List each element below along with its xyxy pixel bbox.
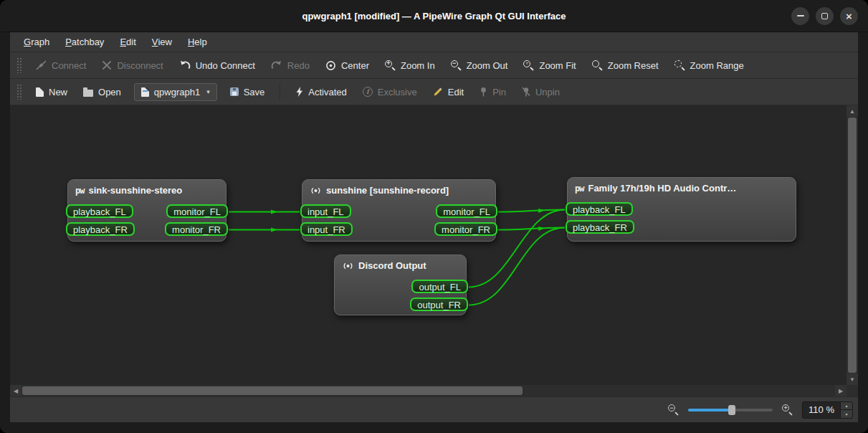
port-discord-output-fr[interactable]: output_FR	[410, 298, 468, 311]
node-header: pw Family 17h/19h HD Audio Contr…	[568, 178, 796, 194]
zoom-out-icon: −	[451, 60, 462, 71]
center-icon	[325, 60, 336, 71]
unpin-icon	[522, 87, 530, 97]
node-sunshine[interactable]: sunshine [sunshine-record] input_FL inpu…	[302, 179, 496, 242]
node-header: Discord Output	[335, 255, 466, 271]
menu-view[interactable]: View	[144, 32, 180, 52]
node-header: pw sink-sunshine-stereo	[68, 180, 226, 196]
pipewire-icon: pw	[75, 186, 84, 196]
open-button[interactable]: Open	[77, 82, 128, 102]
new-button[interactable]: New	[29, 82, 74, 102]
disconnect-icon	[102, 60, 112, 70]
title-bar[interactable]: qpwgraph1 [modified] — A PipeWire Graph …	[0, 0, 868, 32]
connect-icon	[36, 60, 47, 70]
zoom-in-icon: +	[385, 60, 396, 71]
zoom-range-icon	[674, 60, 685, 71]
zoom-slider-handle[interactable]	[728, 405, 735, 415]
status-bar: − + 110 % ▴ ▾	[10, 396, 858, 422]
horizontal-scrollbar[interactable]: ◀ ▶	[10, 385, 846, 396]
port-sunshine-input-fr[interactable]: input_FR	[300, 222, 353, 236]
exclusive-button[interactable]: f Exclusive	[356, 82, 424, 102]
pencil-icon	[433, 87, 443, 97]
maximize-button[interactable]	[816, 7, 834, 25]
redo-button[interactable]: Redo	[264, 56, 316, 75]
patchbay-file-icon	[141, 87, 149, 97]
port-sink-playback-fl[interactable]: playback_FL	[66, 204, 133, 218]
menu-edit[interactable]: Edit	[112, 32, 143, 52]
minimize-button[interactable]	[791, 7, 809, 25]
connect-button[interactable]: Connect	[29, 56, 92, 75]
port-sunshine-monitor-fl[interactable]: monitor_FL	[436, 204, 497, 218]
node-title: Family 17h/19h HD Audio Contr…	[588, 183, 736, 194]
audio-device-icon	[310, 186, 322, 196]
zoom-slider-fill	[688, 409, 731, 411]
zoom-percent-value[interactable]: 110 %	[803, 402, 840, 418]
graph-canvas[interactable]: pw sink-sunshine-stereo playback_FL play…	[10, 105, 846, 385]
close-icon: ×	[846, 11, 852, 22]
zoom-fit-icon: ▫	[523, 60, 534, 71]
window-controls: ×	[791, 7, 868, 25]
vertical-scrollbar[interactable]: ▲ ▼	[846, 105, 858, 385]
port-sink-monitor-fl[interactable]: monitor_FL	[166, 204, 228, 218]
save-icon	[230, 87, 239, 96]
port-sink-playback-fr[interactable]: playback_FR	[66, 222, 135, 236]
spin-up-button[interactable]: ▴	[841, 402, 852, 410]
pipewire-icon: pw	[575, 184, 583, 194]
spin-buttons: ▴ ▾	[840, 402, 852, 418]
new-file-icon	[36, 87, 44, 97]
zoom-in-button[interactable]: + Zoom In	[378, 56, 442, 75]
open-folder-icon	[83, 90, 93, 97]
chevron-down-icon: ▾	[206, 88, 210, 95]
node-sink-sunshine-stereo[interactable]: pw sink-sunshine-stereo playback_FL play…	[67, 179, 226, 242]
scroll-down-button[interactable]: ▼	[846, 373, 858, 385]
lightning-icon	[295, 87, 303, 97]
spin-down-button[interactable]: ▾	[841, 409, 852, 418]
minimize-icon	[797, 15, 804, 16]
menu-graph[interactable]: Graph	[16, 32, 57, 52]
port-sunshine-input-fl[interactable]: input_FL	[300, 204, 351, 218]
close-button[interactable]: ×	[840, 7, 858, 25]
toolbar-drag-handle[interactable]	[16, 57, 22, 73]
horizontal-scrollbar-thumb[interactable]	[22, 386, 523, 395]
redo-icon	[271, 60, 282, 70]
port-family-playback-fr[interactable]: playback_FR	[566, 220, 634, 234]
node-discord-output[interactable]: Discord Output output_FL output_FR	[334, 254, 467, 315]
graph-toolbar: Connect Disconnect Undo Connect Redo	[10, 52, 858, 79]
port-sink-monitor-fr[interactable]: monitor_FR	[165, 222, 228, 236]
zoom-range-button[interactable]: Zoom Range	[668, 56, 750, 75]
zoom-out-button[interactable]: − Zoom Out	[444, 56, 515, 75]
center-button[interactable]: Center	[319, 56, 376, 75]
undo-icon	[179, 60, 191, 70]
menu-help[interactable]: Help	[180, 32, 215, 52]
patchbay-toolbar: New Open qpwgraph1 ▾ Save Activated	[10, 79, 858, 105]
scroll-right-button[interactable]: ▶	[835, 385, 846, 396]
patchbay-file-selector[interactable]: qpwgraph1 ▾	[134, 83, 217, 101]
activated-button[interactable]: Activated	[289, 82, 353, 102]
zoom-fit-button[interactable]: ▫ Zoom Fit	[517, 56, 582, 75]
pin-button[interactable]: Pin	[473, 82, 512, 102]
zoom-percent-spinbox[interactable]: 110 % ▴ ▾	[802, 401, 853, 419]
disconnect-button[interactable]: Disconnect	[95, 56, 169, 75]
edit-button[interactable]: Edit	[426, 82, 470, 102]
link-arrow	[271, 228, 277, 232]
exclusive-icon: f	[363, 87, 373, 97]
menu-patchbay[interactable]: Patchbay	[57, 32, 112, 52]
node-family-hd-audio[interactable]: pw Family 17h/19h HD Audio Contr… playba…	[567, 177, 796, 242]
zoom-reset-button[interactable]: Zoom Reset	[586, 56, 665, 75]
zoom-in-status-icon[interactable]: +	[782, 404, 793, 415]
port-sunshine-monitor-fr[interactable]: monitor_FR	[434, 222, 497, 236]
save-button[interactable]: Save	[224, 82, 272, 102]
horizontal-scrollbar-row: ◀ ▶	[10, 385, 858, 396]
toolbar-drag-handle-2[interactable]	[16, 84, 22, 100]
port-family-playback-fl[interactable]: playback_FL	[566, 202, 633, 216]
scroll-up-button[interactable]: ▲	[846, 105, 858, 117]
port-discord-output-fl[interactable]: output_FL	[411, 280, 468, 293]
zoom-out-status-icon[interactable]: −	[668, 404, 679, 415]
vertical-scrollbar-thumb[interactable]	[848, 118, 857, 373]
zoom-slider[interactable]	[688, 403, 773, 417]
maximize-icon	[821, 13, 828, 19]
scroll-left-button[interactable]: ◀	[10, 385, 22, 396]
connections-layer	[10, 105, 846, 385]
unpin-button[interactable]: Unpin	[515, 82, 566, 102]
undo-connect-button[interactable]: Undo Connect	[173, 56, 262, 75]
